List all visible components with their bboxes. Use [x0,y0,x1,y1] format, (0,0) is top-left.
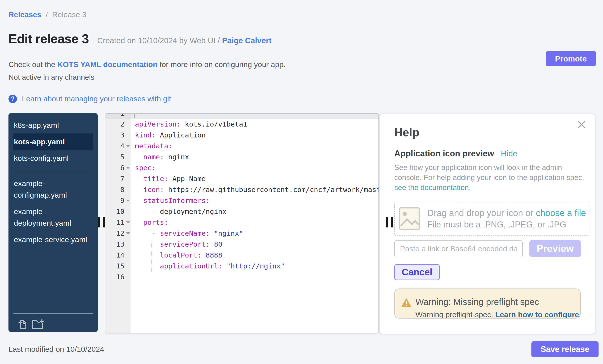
docs-hint-line: Check out the KOTS YAML documentation fo… [9,60,286,69]
code-token [135,262,160,270]
add-folder-icon[interactable] [32,319,45,329]
code-token [135,218,143,226]
file-tree-panel: k8s-app.yamlkots-app.yamlkots-config.yam… [9,113,98,332]
warning-triangle-icon [401,298,411,307]
code-token [135,207,152,215]
warning-box: Warning: Missing preflight spec Warning … [394,288,581,319]
code-line-16[interactable] [131,272,378,282]
promote-button[interactable]: Promote [546,51,596,66]
question-mark-icon: ? [9,95,17,103]
save-release-button[interactable]: Save release [531,341,599,357]
file-item-kots-app.yaml[interactable]: kots-app.yaml [13,133,93,150]
breadcrumb-releases-link[interactable]: Releases [9,10,41,19]
editor-help-resize-handle[interactable] [391,217,393,227]
code-token [222,262,227,270]
text-cursor [134,114,135,118]
yaml-editor[interactable]: 12345678910111213141516 ---apiVersion: k… [105,113,379,333]
code-token [135,251,160,259]
line-number-4: 4 [105,141,131,152]
code-token: title: [143,175,168,183]
code-line-7[interactable]: title: App Name [131,173,378,184]
code-token: serviceName: [160,229,210,237]
code-token [210,229,214,237]
editor-help-resize-handle[interactable] [386,217,388,227]
description-text: See how your application icon will look … [394,163,586,182]
code-token [135,229,152,237]
warning-configure-link[interactable]: Learn how to configure [495,310,579,319]
kots-docs-link[interactable]: KOTS YAML documentation [57,60,157,69]
image-placeholder-icon [399,207,420,230]
code-token [135,240,160,248]
code-token [210,240,214,248]
icon-dropzone[interactable]: Drag and drop your icon or choose a file… [394,202,589,236]
code-line-13[interactable]: servicePort: 80 [131,239,378,250]
code-line-14[interactable]: localPort: 8888 [131,250,378,261]
code-token: "http://nginx" [227,262,285,270]
code-token: nginx [164,153,189,161]
drop-text: Drag and drop your icon or [427,208,536,218]
created-info: Created on 10/10/2024 by Web UI / Paige … [97,36,272,45]
code-line-2[interactable]: apiVersion: kots.io/v1beta1 [131,119,378,130]
line-number-7: 7 [105,173,131,184]
code-line-6[interactable]: spec: [131,162,378,173]
docs-hint-prefix: Check out the [9,60,57,69]
code-token: metadata: [135,142,172,150]
fold-arrow-icon[interactable] [126,221,130,224]
see-documentation-link[interactable]: see the documentation [394,183,469,192]
file-item-kots-config.yaml[interactable]: kots-config.yaml [13,150,93,166]
fold-arrow-icon[interactable] [126,145,130,147]
code-token: kind: [135,131,156,139]
line-number-14: 14 [105,250,131,261]
code-line-11[interactable]: ports: [131,217,378,228]
code-line-12[interactable]: - serviceName: "nginx" [131,228,378,239]
line-number-11: 11 [105,217,131,228]
line-number-3: 3 [105,130,131,141]
code-line-1[interactable]: --- [131,114,378,119]
icon-url-input[interactable] [394,240,523,257]
code-token: spec: [135,164,156,172]
warning-detail: Warning preflight-spec. Learn how to con… [416,310,579,319]
code-token: applicationUrl: [160,262,222,270]
line-number-9: 9 [105,195,131,206]
hide-link[interactable]: Hide [501,149,517,158]
code-token: ports: [143,218,168,226]
code-line-5[interactable]: name: nginx [131,152,378,162]
code-line-10[interactable]: - deployment/nginx [131,206,378,217]
preview-button[interactable]: Preview [529,240,581,257]
tree-editor-resize-handle[interactable] [98,217,100,227]
code-token: statusInformers: [143,197,210,205]
code-token: kots.io/v1beta1 [181,120,247,128]
breadcrumb-current: Release 3 [52,10,86,19]
fold-arrow-icon[interactable] [126,232,130,235]
warning-text: Warning preflight-spec. [416,310,495,319]
cancel-button[interactable]: Cancel [394,264,440,280]
add-file-icon[interactable] [18,319,27,329]
code-token: servicePort: [160,240,210,248]
code-line-4[interactable]: metadata: [131,141,378,152]
file-item-example-service.yaml[interactable]: example-service.yaml [13,231,93,248]
code-token: 80 [214,240,222,248]
code-line-3[interactable]: kind: Application [131,130,378,141]
fold-arrow-icon[interactable] [126,167,130,169]
tree-editor-resize-handle[interactable] [103,217,105,227]
file-item-example-configmap.yaml[interactable]: example-configmap.yaml [13,175,93,203]
code-token: deployment/nginx [156,207,226,215]
code-token [156,229,160,237]
code-line-8[interactable]: icon: https://raw.githubusercontent.com/… [131,184,378,195]
code-token: apiVersion: [135,120,181,128]
file-item-k8s-app.yaml[interactable]: k8s-app.yaml [13,117,93,133]
icon-preview-description: See how your application icon will look … [394,162,589,192]
file-tree-footer [13,313,93,329]
code-line-15[interactable]: applicationUrl: "http://nginx" [131,261,378,272]
git-releases-link[interactable]: Learn about managing your releases with … [22,94,171,103]
close-icon[interactable] [578,121,585,128]
fold-arrow-icon[interactable] [126,199,130,202]
code-token [135,175,143,183]
author-link[interactable]: Paige Calvert [222,36,272,45]
line-number-6: 6 [105,162,131,173]
code-line-9[interactable]: statusInformers: [131,195,378,206]
file-item-example-deployment.yaml[interactable]: example-deployment.yaml [13,203,93,231]
line-number-15: 15 [105,261,131,272]
code-token: name: [143,153,164,161]
choose-file-link[interactable]: choose a file [536,208,586,218]
